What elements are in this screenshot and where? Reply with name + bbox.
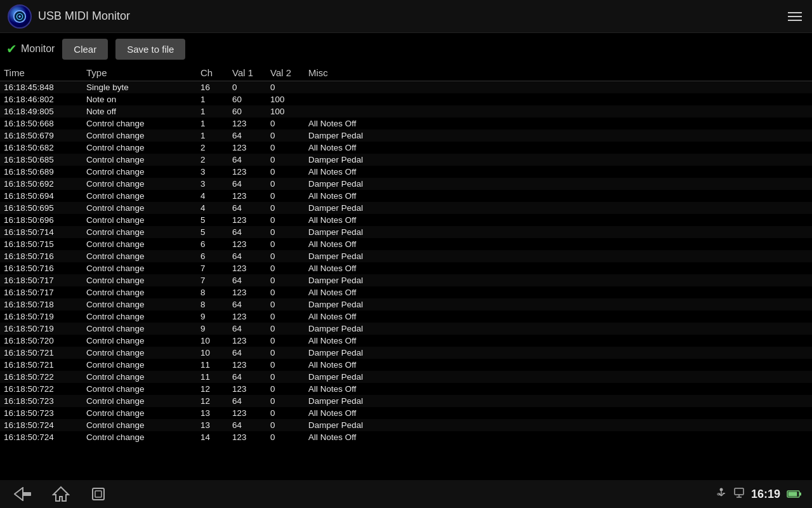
cell-val1: 123 xyxy=(232,264,270,273)
cell-misc: All Notes Off xyxy=(308,143,808,152)
cell-val2: 0 xyxy=(270,251,308,261)
cell-val2: 0 xyxy=(270,203,308,213)
cell-val1: 60 xyxy=(232,95,270,104)
svg-rect-19 xyxy=(789,492,797,497)
cell-type: Control change xyxy=(86,227,200,237)
cell-val1: 64 xyxy=(232,276,270,285)
clear-button[interactable]: Clear xyxy=(62,39,108,60)
table-row: 16:18:50:719 Control change 9 123 0 All … xyxy=(0,311,812,323)
cell-time: 16:18:50:720 xyxy=(4,336,86,345)
cell-time: 16:18:50:723 xyxy=(4,396,86,406)
cell-time: 16:18:50:696 xyxy=(4,215,86,225)
header-val1: Val 1 xyxy=(232,67,270,78)
cell-misc: All Notes Off xyxy=(308,119,808,128)
back-button[interactable] xyxy=(10,483,36,505)
cell-type: Control change xyxy=(86,251,200,261)
cell-misc: Damper Pedal xyxy=(308,155,808,164)
table-row: 16:18:50:723 Control change 13 123 0 All… xyxy=(0,407,812,419)
header-time: Time xyxy=(4,67,86,78)
cell-misc: All Notes Off xyxy=(308,312,808,321)
cell-val1: 64 xyxy=(232,324,270,333)
table-row: 16:18:50:716 Control change 6 64 0 Dampe… xyxy=(0,250,812,262)
cell-time: 16:18:50:717 xyxy=(4,276,86,285)
cell-time: 16:18:50:685 xyxy=(4,155,86,164)
cell-time: 16:18:50:724 xyxy=(4,420,86,430)
cell-ch: 3 xyxy=(200,179,232,189)
menu-icon[interactable] xyxy=(785,7,804,26)
table-row: 16:18:50:721 Control change 10 64 0 Damp… xyxy=(0,347,812,359)
home-button[interactable] xyxy=(48,483,74,505)
cell-type: Control change xyxy=(86,408,200,418)
cell-val2: 0 xyxy=(270,215,308,225)
cell-misc: Damper Pedal xyxy=(308,276,808,285)
cell-ch: 9 xyxy=(200,312,232,321)
table-row: 16:18:50:685 Control change 2 64 0 Dampe… xyxy=(0,154,812,166)
cell-type: Control change xyxy=(86,288,200,297)
save-button[interactable]: Save to file xyxy=(115,39,185,60)
cell-val1: 123 xyxy=(232,191,270,201)
svg-rect-18 xyxy=(799,493,801,496)
cell-val1: 123 xyxy=(232,143,270,152)
cell-val2: 0 xyxy=(270,276,308,285)
cell-val1: 123 xyxy=(232,239,270,249)
cell-val1: 123 xyxy=(232,384,270,394)
cell-ch: 1 xyxy=(200,131,232,140)
cell-time: 16:18:50:723 xyxy=(4,408,86,418)
cell-misc: Damper Pedal xyxy=(308,324,808,333)
cell-ch: 8 xyxy=(200,288,232,297)
cell-ch: 1 xyxy=(200,95,232,104)
bottom-nav: 16:19 xyxy=(0,480,812,508)
cell-time: 16:18:50:679 xyxy=(4,131,86,140)
cell-ch: 2 xyxy=(200,143,232,152)
cell-time: 16:18:50:715 xyxy=(4,239,86,249)
cell-val2: 0 xyxy=(270,324,308,333)
cell-misc: All Notes Off xyxy=(308,336,808,345)
cell-val2: 0 xyxy=(270,348,308,358)
table-row: 16:18:50:724 Control change 14 123 0 All… xyxy=(0,431,812,443)
cell-val1: 60 xyxy=(232,107,270,116)
cell-misc: Damper Pedal xyxy=(308,131,808,140)
cell-time: 16:18:50:719 xyxy=(4,324,86,333)
cell-val1: 64 xyxy=(232,372,270,382)
cell-time: 16:18:50:714 xyxy=(4,227,86,237)
status-area: 16:19 xyxy=(716,487,802,501)
header-ch: Ch xyxy=(200,67,232,78)
cell-val1: 64 xyxy=(232,420,270,430)
cell-val2: 0 xyxy=(270,336,308,345)
table-header: Time Type Ch Val 1 Val 2 Misc xyxy=(0,65,812,81)
cell-val1: 64 xyxy=(232,300,270,309)
cell-val1: 123 xyxy=(232,360,270,370)
cell-time: 16:18:50:668 xyxy=(4,119,86,128)
title-bar: USB MIDI Monitor xyxy=(0,0,812,33)
cell-type: Control change xyxy=(86,432,200,442)
cell-val2: 0 xyxy=(270,143,308,152)
svg-rect-7 xyxy=(95,491,102,497)
cell-time: 16:18:50:721 xyxy=(4,348,86,358)
svg-marker-5 xyxy=(53,487,69,501)
cell-misc: Damper Pedal xyxy=(308,203,808,213)
cell-type: Control change xyxy=(86,155,200,164)
cell-type: Control change xyxy=(86,348,200,358)
cell-time: 16:18:50:724 xyxy=(4,432,86,442)
cell-val1: 123 xyxy=(232,312,270,321)
cell-time: 16:18:50:718 xyxy=(4,300,86,309)
cell-time: 16:18:50:721 xyxy=(4,360,86,370)
recent-button[interactable] xyxy=(86,483,112,505)
cell-time: 16:18:50:716 xyxy=(4,251,86,261)
table-row: 16:18:50:721 Control change 11 123 0 All… xyxy=(0,359,812,371)
cell-val2: 0 xyxy=(270,131,308,140)
table-row: 16:18:46:802 Note on 1 60 100 xyxy=(0,93,812,105)
cell-misc: All Notes Off xyxy=(308,288,808,297)
cell-misc: All Notes Off xyxy=(308,432,808,442)
cell-time: 16:18:49:805 xyxy=(4,107,86,116)
table-row: 16:18:50:679 Control change 1 64 0 Dampe… xyxy=(0,130,812,142)
monitor-checkbox[interactable]: ✔ Monitor xyxy=(6,41,55,57)
cell-val1: 64 xyxy=(232,251,270,261)
table-row: 16:18:50:692 Control change 3 64 0 Dampe… xyxy=(0,178,812,190)
table-row: 16:18:50:694 Control change 4 123 0 All … xyxy=(0,190,812,202)
svg-marker-3 xyxy=(15,488,23,500)
cell-type: Note on xyxy=(86,95,200,104)
table-row: 16:18:50:718 Control change 8 64 0 Dampe… xyxy=(0,298,812,311)
cell-val2: 0 xyxy=(270,155,308,164)
cell-type: Control change xyxy=(86,203,200,213)
